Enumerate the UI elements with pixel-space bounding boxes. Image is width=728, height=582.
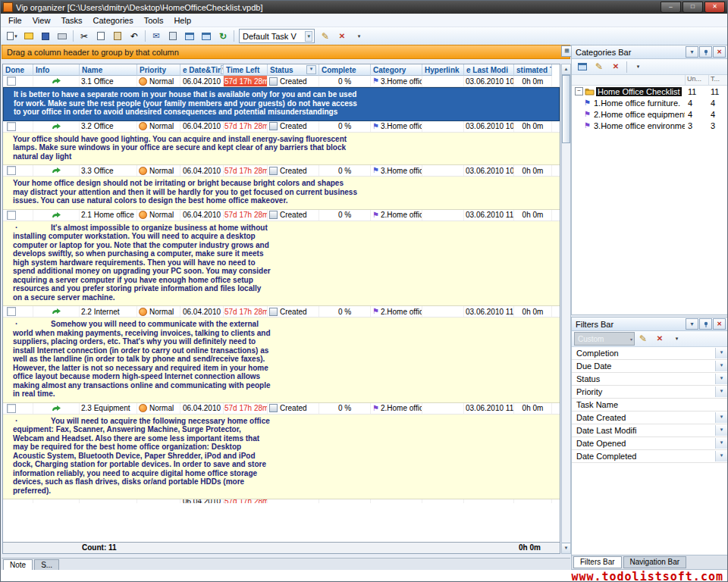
menu-categories[interactable]: Categories [88,15,139,26]
col-status[interactable]: Status▼ [268,64,319,76]
edit-category-button[interactable]: ✎ [591,60,607,74]
scroll-up-icon[interactable]: ▲ [562,64,570,75]
done-checkbox[interactable] [7,122,16,131]
filter-row-due-date[interactable]: Due Date▼ [572,360,727,373]
scrollbar-thumb[interactable] [562,75,570,143]
chevron-down-icon[interactable]: ▼ [715,451,727,462]
col-info[interactable]: Info [33,64,80,76]
filter-row-date-completed[interactable]: Date Completed▼ [572,450,727,463]
print-button[interactable] [54,29,71,43]
col-priority[interactable]: Priority [137,64,180,76]
task-note[interactable]: Your home office design should not be ir… [3,177,560,210]
col-estimated[interactable]: stimated Time [514,64,552,76]
new-task-button[interactable]: ▾ [4,29,20,43]
panel-close-button[interactable]: ✕ [713,46,726,58]
tree-col-total[interactable]: T... [709,75,727,85]
email-button[interactable]: ✉ [148,29,165,43]
table-row[interactable]: 3.1 Office Normal 06.04.2010 -57d 17h 28… [3,76,560,87]
expander-icon[interactable]: − [575,87,583,95]
edit-template-button[interactable]: ✎ [317,29,334,43]
tab-filters-bar[interactable]: Filters Bar [573,556,622,568]
undo-button[interactable]: ↶ [126,29,143,43]
panel-pin-button[interactable] [699,46,712,58]
filter-row-task-name[interactable]: Task Name [572,399,727,411]
filter-row-status[interactable]: Status▼ [572,373,727,386]
chevron-down-icon[interactable]: ▼ [715,348,727,358]
grid-vertical-scrollbar[interactable]: ▲ ▼ [561,64,571,554]
paste-button[interactable] [109,29,126,43]
category-row-root[interactable]: − Home Office Checklist 11 11 [572,86,727,97]
menu-tools[interactable]: Tools [139,15,169,26]
minimize-button[interactable]: – [661,2,681,13]
tree-col-uncompleted[interactable]: Un... [686,75,709,85]
toolbar-options-dropdown[interactable]: ▾ [350,29,367,43]
group-by-bar[interactable]: Drag a column header to group by that co… [2,45,570,59]
chevron-down-icon[interactable]: ▼ [715,438,727,449]
panel-hide-button[interactable]: ▾ [686,46,698,58]
filter-arrow-icon[interactable]: ▼ [306,65,316,74]
categories-more-dropdown[interactable]: ▾ [629,60,646,74]
close-button[interactable]: ✕ [704,2,725,13]
done-checkbox[interactable] [7,77,16,86]
maximize-button[interactable]: □ [682,2,703,13]
col-due-date[interactable]: e Date&Tir▼ [180,64,224,76]
filters-more-dropdown[interactable]: ▾ [668,332,685,346]
menu-tasks[interactable]: Tasks [55,15,87,26]
category-row[interactable]: ⚑ 2.Home office equipment. 4 4 [572,108,727,120]
col-modified[interactable]: e Last Modi [464,64,514,76]
workspace-button[interactable] [181,29,198,43]
task-note[interactable]: Somehow you will need to communicate wit… [3,318,560,403]
refresh-button[interactable]: ↻ [215,29,231,43]
save-button[interactable] [37,29,54,43]
done-checkbox[interactable] [7,307,16,316]
clear-filter-button[interactable]: ✕ [651,332,668,346]
task-note[interactable]: You will need to acquire the following n… [3,415,560,500]
chevron-down-icon[interactable]: ▼ [715,425,727,436]
filter-row-date-created[interactable]: Date Created▼ [572,411,727,424]
chevron-down-icon[interactable]: ▼ [715,386,727,397]
filter-row-date-opened[interactable]: Date Opened▼ [572,437,727,450]
chevron-down-icon[interactable]: ▼ [715,361,727,371]
panel-pin-button[interactable] [699,318,712,330]
filter-preset-combo[interactable]: Custom ▾ [574,332,635,346]
done-checkbox[interactable] [7,211,16,220]
col-category[interactable]: Category [371,64,422,76]
tree-col-name[interactable] [572,75,686,85]
done-checkbox[interactable] [7,166,16,175]
done-checkbox[interactable] [7,404,16,413]
table-row[interactable]: 2.3 Equipment Normal 06.04.2010 -57d 17h… [3,403,560,415]
chevron-down-icon[interactable]: ▼ [715,412,727,423]
col-time-left[interactable]: Time Left [224,64,268,76]
title-bar[interactable]: Vip organizer [C:\Users\dmitry\Desktop\H… [1,1,727,14]
col-name[interactable]: Name [80,64,137,76]
reports-button[interactable] [165,29,181,43]
delete-category-button[interactable]: ✕ [607,60,624,74]
delete-template-button[interactable]: ✕ [334,29,350,43]
task-template-combo[interactable]: Default Task V ▾ [239,29,315,43]
cut-button[interactable]: ✂ [76,29,93,43]
task-note[interactable]: It's almost impossible to organize busin… [3,221,560,307]
menu-help[interactable]: Help [168,15,196,26]
menu-view[interactable]: View [27,15,56,26]
table-row-partial[interactable]: 06.04.2010 -57d 17h 28m [3,499,560,503]
edit-filter-button[interactable]: ✎ [635,332,651,346]
database-button[interactable] [198,29,215,43]
task-note-selected[interactable]: It is better to have a separate room in … [3,87,560,121]
filter-row-priority[interactable]: Priority▼ [572,386,727,399]
add-category-button[interactable] [574,60,591,74]
col-complete[interactable]: Complete [319,64,371,76]
chevron-down-icon[interactable]: ▼ [715,374,727,384]
col-hyperlink[interactable]: Hyperlink [422,64,464,76]
category-row[interactable]: ⚑ 3.Home office environmen 3 3 [572,120,727,131]
tab-navigation-bar[interactable]: Navigation Bar [623,556,687,568]
menu-file[interactable]: File [3,15,27,26]
table-row[interactable]: 3.2 Office Normal 06.04.2010 -57d 17h 28… [3,121,560,133]
table-row[interactable]: 2.1 Home office Normal 06.04.2010 -57d 1… [3,210,560,221]
category-row[interactable]: ⚑ 1.Home office furniture. 4 4 [572,97,727,108]
scroll-down-icon[interactable]: ▼ [562,543,570,553]
panel-close-button[interactable]: ✕ [713,318,726,330]
col-done[interactable]: Done [3,64,33,76]
table-row[interactable]: 3.3 Office Normal 06.04.2010 -57d 17h 28… [3,165,560,177]
task-note[interactable]: Your office should have good lighting. Y… [3,133,560,166]
copy-button[interactable] [93,29,109,43]
